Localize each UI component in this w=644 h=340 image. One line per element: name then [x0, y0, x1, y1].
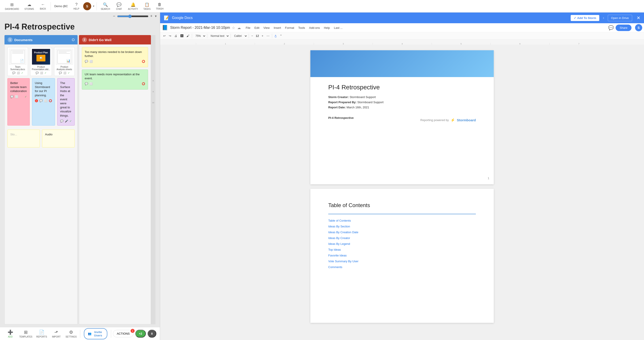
check-icon[interactable]: ✓	[70, 119, 72, 123]
doc-check-btn[interactable]: ✓	[21, 71, 23, 74]
menu-edit[interactable]: Edit	[253, 25, 261, 30]
gdocs-add-btn[interactable]: ✓ Add To Storm	[571, 15, 599, 21]
toc-item-7[interactable]: Favorite Ideas	[328, 253, 476, 259]
sticky-sto[interactable]: Sto...	[8, 130, 40, 147]
gdocs-close-btn[interactable]: ✕	[636, 15, 640, 20]
dashboard-btn[interactable]: ⊞ DASHBOARD	[3, 1, 21, 11]
collapse-btn[interactable]: ▼	[154, 14, 157, 18]
chat-btn[interactable]: 💬 CHAT	[113, 1, 125, 11]
trash-btn[interactable]: 🗑 TRASH	[154, 1, 166, 11]
zoom-out-btn[interactable]: −	[113, 14, 116, 18]
image-icon[interactable]: ⬜	[44, 99, 48, 102]
gdocs-star-btn[interactable]: ☆	[232, 26, 235, 30]
menu-file[interactable]: File	[244, 25, 252, 30]
comment-icon[interactable]: 💬	[10, 95, 14, 98]
plus2-btn[interactable]: +2	[135, 330, 146, 338]
toc-item-6[interactable]: Top Ideas	[328, 247, 476, 253]
zoom-select[interactable]: 75%	[193, 33, 206, 38]
more-options-btn[interactable]: ⋯	[265, 33, 271, 38]
print-btn[interactable]: 🖨	[173, 33, 179, 38]
menu-tools[interactable]: Tools	[296, 25, 307, 30]
check-icon[interactable]: ⭕	[49, 99, 52, 102]
doc-check-btn[interactable]: ✓	[44, 71, 46, 74]
image-icon[interactable]: ⬜	[90, 60, 93, 63]
toc-item-5[interactable]: Ideas By Legend	[328, 241, 476, 247]
menu-insert[interactable]: Insert	[272, 25, 283, 30]
doc-comment-btn[interactable]: 💬	[12, 71, 16, 74]
menu-addons[interactable]: Add-ons	[307, 25, 322, 30]
zoom-in-btn[interactable]: +	[150, 14, 153, 18]
gdocs-user-avatar[interactable]: S	[635, 24, 642, 31]
gdocs-share-btn[interactable]: Share	[616, 24, 632, 31]
toc-item-8[interactable]: Vote Summary By User	[328, 259, 476, 264]
settings-btn[interactable]: ⚙ SETTINGS	[64, 329, 78, 339]
doc-image-btn[interactable]: ⬜	[63, 71, 66, 74]
doc-check-btn[interactable]: ✓	[68, 71, 70, 74]
doc-image-btn[interactable]: ⬜	[40, 71, 43, 74]
sticky-too-many-stories[interactable]: Too many stories needed to be broken dow…	[82, 47, 148, 67]
doc-card-team-summary[interactable]: 📄 Team Summary.docs 💬 ⬜ ✓	[8, 47, 28, 76]
doc-card-product-analysis[interactable]: 📊 Product Analysis.sheets 💬 ⬜ ✓	[54, 47, 75, 76]
myvote-btn[interactable]: 8	[148, 330, 156, 338]
storms-btn[interactable]: ☁ STORMS	[22, 1, 36, 11]
menu-view[interactable]: View	[262, 25, 272, 30]
font-size-decrease-btn[interactable]: −	[250, 33, 254, 38]
expand-btn[interactable]: ⌃	[278, 33, 284, 38]
tasks-btn[interactable]: 📋 TASKS	[141, 1, 153, 11]
toc-item-2[interactable]: Ideas By Section	[328, 224, 476, 229]
toc-item-9[interactable]: Comments	[328, 264, 476, 270]
menu-last[interactable]: Last ...	[332, 25, 344, 30]
check-icon[interactable]: ⭕	[142, 60, 145, 63]
columns-container: 1 Documents ⬡	[4, 35, 156, 324]
sticky-ux-team[interactable]: UX team needs more representation at the…	[82, 69, 148, 90]
search-btn[interactable]: 🔍 SEARCH	[98, 1, 112, 11]
avatar-caret[interactable]: ▼	[92, 5, 95, 7]
gdocs-comment-btn[interactable]: 💬	[608, 25, 614, 30]
doc-card-product-pres[interactable]: Product Plan 📊 Product Presentation.slid…	[30, 47, 52, 76]
sticky-surface-hubs[interactable]: The Surface Hubs at the event were great…	[57, 78, 75, 126]
check-icon[interactable]: ✓	[24, 95, 27, 98]
gdocs-open-btn[interactable]: Open in Drive	[608, 15, 632, 21]
sticky-audio[interactable]: Audio	[42, 130, 74, 147]
comment-icon[interactable]: 💬	[60, 119, 64, 123]
reports-btn[interactable]: 📄 REPORTS	[35, 329, 49, 339]
gdocs-body[interactable]: PI-4 Retrospective Storm Creator: Stormb…	[160, 45, 644, 340]
trash-label: TRASH	[156, 7, 164, 10]
toc-item-1[interactable]: Table of Contents	[328, 218, 476, 224]
doc-comment-btn[interactable]: 💬	[59, 71, 62, 74]
add-btn[interactable]: ➕ ADD	[4, 329, 17, 339]
image-icon[interactable]: 🎤	[65, 119, 68, 123]
font-size-increase-btn[interactable]: +	[260, 33, 265, 38]
invite-users-btn[interactable]: 👥 Invite Users	[84, 328, 108, 339]
undo-btn[interactable]: ↩	[162, 33, 167, 38]
sticky-stormboard[interactable]: Using Stormboard for our PI planning. 1 …	[32, 78, 55, 126]
comment-icon[interactable]: 💬	[85, 82, 88, 85]
image-icon[interactable]: ⬜	[15, 95, 18, 98]
check-icon[interactable]: ⭕	[142, 82, 145, 85]
toc-item-3[interactable]: Ideas By Creation Date	[328, 229, 476, 235]
spellcheck-btn[interactable]: 🅰	[179, 33, 185, 38]
comment-icon[interactable]: 💬	[39, 99, 43, 102]
text-style-select[interactable]: Normal text	[208, 33, 230, 38]
doc-image-btn[interactable]: ⬜	[17, 71, 20, 74]
menu-help[interactable]: Help	[322, 25, 332, 30]
toc-item-4[interactable]: Ideas By Creator	[328, 235, 476, 241]
templates-btn[interactable]: ⊞ TEMPLATES	[18, 329, 34, 339]
text-color-btn[interactable]: A̲	[273, 33, 278, 38]
menu-format[interactable]: Format	[283, 25, 296, 30]
redo-btn[interactable]: ↪	[168, 33, 173, 38]
actions-btn[interactable]: ACTIONS 1	[113, 330, 134, 337]
back-btn[interactable]: ← BACK	[37, 1, 49, 11]
activity-btn[interactable]: 🔔 ACTIVITY	[126, 1, 140, 11]
doc-comment-btn[interactable]: 💬	[36, 71, 39, 74]
zoom-slider[interactable]	[117, 14, 148, 18]
sticky-better-remote[interactable]: Better remote team collaboration 💬 ⬜ ✓	[8, 78, 30, 126]
font-select[interactable]: Calibri	[232, 33, 248, 38]
image-icon[interactable]: ⬜	[90, 82, 93, 85]
col1-expand[interactable]: ⬡	[72, 38, 74, 41]
import-btn[interactable]: ⬏ IMPORT	[50, 329, 63, 339]
help-btn[interactable]: ? HELP	[71, 1, 82, 11]
comment-icon[interactable]: 💬	[85, 60, 88, 63]
user-avatar[interactable]: S	[83, 2, 91, 10]
paint-format-btn[interactable]: 🖌	[185, 33, 191, 38]
